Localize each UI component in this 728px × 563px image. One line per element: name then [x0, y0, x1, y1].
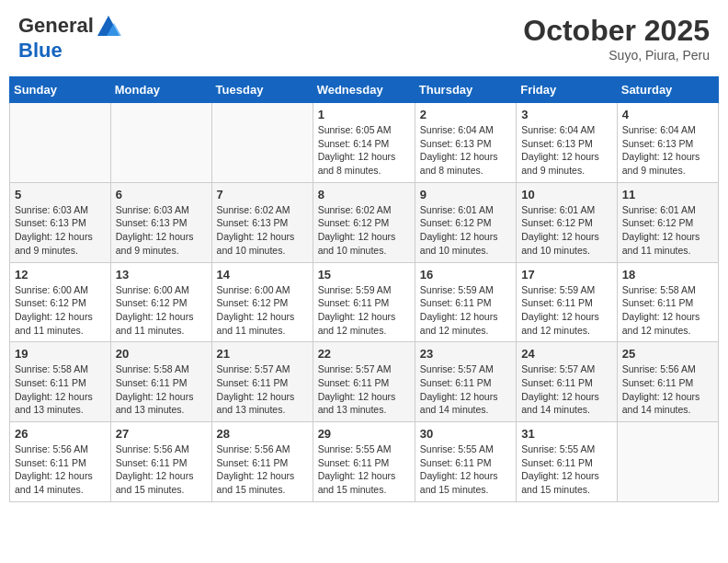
- calendar-cell: 10Sunrise: 6:01 AM Sunset: 6:12 PM Dayli…: [517, 182, 618, 262]
- logo-text: General Blue: [18, 14, 121, 62]
- calendar-cell: 22Sunrise: 5:57 AM Sunset: 6:11 PM Dayli…: [313, 342, 415, 422]
- calendar-cell: 20Sunrise: 5:58 AM Sunset: 6:11 PM Dayli…: [110, 342, 211, 422]
- calendar-cell: 8Sunrise: 6:02 AM Sunset: 6:12 PM Daylig…: [313, 182, 415, 262]
- calendar-cell: 13Sunrise: 6:00 AM Sunset: 6:12 PM Dayli…: [110, 262, 211, 342]
- calendar-cell: 28Sunrise: 5:56 AM Sunset: 6:11 PM Dayli…: [211, 422, 313, 502]
- day-info: Sunrise: 6:01 AM Sunset: 6:12 PM Dayligh…: [521, 203, 612, 258]
- calendar-cell: 26Sunrise: 5:56 AM Sunset: 6:11 PM Dayli…: [10, 422, 111, 502]
- day-number: 23: [420, 347, 511, 361]
- calendar-week-row: 26Sunrise: 5:56 AM Sunset: 6:11 PM Dayli…: [10, 422, 719, 502]
- day-of-week-header: Thursday: [415, 77, 516, 103]
- day-number: 7: [217, 188, 308, 201]
- day-number: 10: [521, 188, 612, 201]
- calendar-cell: 19Sunrise: 5:58 AM Sunset: 6:11 PM Dayli…: [10, 342, 111, 422]
- day-number: 25: [622, 347, 713, 361]
- day-number: 30: [420, 427, 511, 441]
- calendar-cell: 5Sunrise: 6:03 AM Sunset: 6:13 PM Daylig…: [10, 182, 111, 262]
- day-number: 12: [15, 268, 106, 282]
- day-number: 11: [622, 188, 713, 201]
- calendar-cell: 11Sunrise: 6:01 AM Sunset: 6:12 PM Dayli…: [617, 182, 718, 262]
- calendar-cell: 7Sunrise: 6:02 AM Sunset: 6:13 PM Daylig…: [211, 182, 313, 262]
- calendar-week-row: 1Sunrise: 6:05 AM Sunset: 6:14 PM Daylig…: [10, 103, 719, 183]
- calendar-cell: 2Sunrise: 6:04 AM Sunset: 6:13 PM Daylig…: [415, 103, 516, 183]
- day-number: 26: [15, 427, 106, 441]
- day-number: 28: [217, 427, 308, 441]
- day-number: 5: [15, 188, 106, 201]
- calendar-header-row: SundayMondayTuesdayWednesdayThursdayFrid…: [10, 77, 719, 103]
- day-info: Sunrise: 5:57 AM Sunset: 6:11 PM Dayligh…: [521, 362, 612, 417]
- day-info: Sunrise: 6:02 AM Sunset: 6:13 PM Dayligh…: [217, 203, 308, 258]
- calendar-cell: 24Sunrise: 5:57 AM Sunset: 6:11 PM Dayli…: [517, 342, 618, 422]
- page-header: General Blue October 2025 Suyo, Piura, P…: [9, 9, 719, 67]
- calendar-cell: 16Sunrise: 5:59 AM Sunset: 6:11 PM Dayli…: [415, 262, 516, 342]
- day-number: 8: [318, 188, 410, 201]
- logo: General Blue: [18, 14, 121, 62]
- day-info: Sunrise: 5:59 AM Sunset: 6:11 PM Dayligh…: [521, 283, 612, 338]
- calendar-cell: 21Sunrise: 5:57 AM Sunset: 6:11 PM Dayli…: [211, 342, 313, 422]
- calendar-cell: 4Sunrise: 6:04 AM Sunset: 6:13 PM Daylig…: [617, 103, 718, 183]
- calendar-table: SundayMondayTuesdayWednesdayThursdayFrid…: [9, 76, 719, 502]
- day-info: Sunrise: 5:55 AM Sunset: 6:11 PM Dayligh…: [318, 442, 410, 497]
- location: Suyo, Piura, Peru: [523, 48, 710, 63]
- day-of-week-header: Sunday: [10, 77, 111, 103]
- calendar-cell: 15Sunrise: 5:59 AM Sunset: 6:11 PM Dayli…: [313, 262, 415, 342]
- calendar-cell: 14Sunrise: 6:00 AM Sunset: 6:12 PM Dayli…: [211, 262, 313, 342]
- day-info: Sunrise: 6:01 AM Sunset: 6:12 PM Dayligh…: [420, 203, 511, 258]
- day-number: 1: [318, 108, 410, 121]
- day-number: 17: [521, 268, 612, 282]
- day-number: 20: [116, 347, 207, 361]
- calendar-cell: [211, 103, 313, 183]
- calendar-cell: 1Sunrise: 6:05 AM Sunset: 6:14 PM Daylig…: [313, 103, 415, 183]
- day-info: Sunrise: 6:00 AM Sunset: 6:12 PM Dayligh…: [217, 283, 308, 338]
- calendar-cell: 17Sunrise: 5:59 AM Sunset: 6:11 PM Dayli…: [517, 262, 618, 342]
- day-info: Sunrise: 6:04 AM Sunset: 6:13 PM Dayligh…: [420, 123, 511, 178]
- day-info: Sunrise: 6:04 AM Sunset: 6:13 PM Dayligh…: [521, 123, 612, 178]
- day-number: 18: [622, 268, 713, 282]
- day-of-week-header: Saturday: [617, 77, 718, 103]
- day-info: Sunrise: 6:03 AM Sunset: 6:13 PM Dayligh…: [15, 203, 106, 258]
- day-number: 24: [521, 347, 612, 361]
- day-info: Sunrise: 6:02 AM Sunset: 6:12 PM Dayligh…: [318, 203, 410, 258]
- calendar-cell: 25Sunrise: 5:56 AM Sunset: 6:11 PM Dayli…: [617, 342, 718, 422]
- day-info: Sunrise: 5:58 AM Sunset: 6:11 PM Dayligh…: [622, 283, 713, 338]
- day-info: Sunrise: 5:57 AM Sunset: 6:11 PM Dayligh…: [217, 362, 308, 417]
- day-info: Sunrise: 5:55 AM Sunset: 6:11 PM Dayligh…: [420, 442, 511, 497]
- calendar-cell: 12Sunrise: 6:00 AM Sunset: 6:12 PM Dayli…: [10, 262, 111, 342]
- day-number: 27: [116, 427, 207, 441]
- day-number: 6: [116, 188, 207, 201]
- calendar-cell: 23Sunrise: 5:57 AM Sunset: 6:11 PM Dayli…: [415, 342, 516, 422]
- day-number: 13: [116, 268, 207, 282]
- day-info: Sunrise: 6:05 AM Sunset: 6:14 PM Dayligh…: [318, 123, 410, 178]
- logo-general: General: [18, 14, 94, 37]
- day-info: Sunrise: 5:56 AM Sunset: 6:11 PM Dayligh…: [15, 442, 106, 497]
- day-info: Sunrise: 5:58 AM Sunset: 6:11 PM Dayligh…: [15, 362, 106, 417]
- logo-blue: Blue: [18, 39, 63, 62]
- calendar-cell: 27Sunrise: 5:56 AM Sunset: 6:11 PM Dayli…: [110, 422, 211, 502]
- day-info: Sunrise: 5:58 AM Sunset: 6:11 PM Dayligh…: [116, 362, 207, 417]
- day-of-week-header: Tuesday: [211, 77, 313, 103]
- day-number: 4: [622, 108, 713, 121]
- calendar-cell: 3Sunrise: 6:04 AM Sunset: 6:13 PM Daylig…: [517, 103, 618, 183]
- day-of-week-header: Monday: [110, 77, 211, 103]
- day-number: 22: [318, 347, 410, 361]
- day-number: 21: [217, 347, 308, 361]
- calendar-cell: [617, 422, 718, 502]
- day-number: 3: [521, 108, 612, 121]
- day-info: Sunrise: 6:00 AM Sunset: 6:12 PM Dayligh…: [116, 283, 207, 338]
- day-number: 16: [420, 268, 511, 282]
- day-number: 2: [420, 108, 511, 121]
- day-info: Sunrise: 6:04 AM Sunset: 6:13 PM Dayligh…: [622, 123, 713, 178]
- day-info: Sunrise: 6:03 AM Sunset: 6:13 PM Dayligh…: [116, 203, 207, 258]
- logo-icon: [96, 14, 121, 40]
- calendar-cell: 6Sunrise: 6:03 AM Sunset: 6:13 PM Daylig…: [110, 182, 211, 262]
- title-block: October 2025 Suyo, Piura, Peru: [523, 14, 710, 63]
- calendar-cell: 31Sunrise: 5:55 AM Sunset: 6:11 PM Dayli…: [517, 422, 618, 502]
- calendar-week-row: 12Sunrise: 6:00 AM Sunset: 6:12 PM Dayli…: [10, 262, 719, 342]
- day-info: Sunrise: 5:56 AM Sunset: 6:11 PM Dayligh…: [217, 442, 308, 497]
- day-info: Sunrise: 5:57 AM Sunset: 6:11 PM Dayligh…: [318, 362, 410, 417]
- day-info: Sunrise: 5:55 AM Sunset: 6:11 PM Dayligh…: [521, 442, 612, 497]
- calendar-cell: 29Sunrise: 5:55 AM Sunset: 6:11 PM Dayli…: [313, 422, 415, 502]
- day-info: Sunrise: 5:57 AM Sunset: 6:11 PM Dayligh…: [420, 362, 511, 417]
- calendar-cell: [110, 103, 211, 183]
- day-number: 9: [420, 188, 511, 201]
